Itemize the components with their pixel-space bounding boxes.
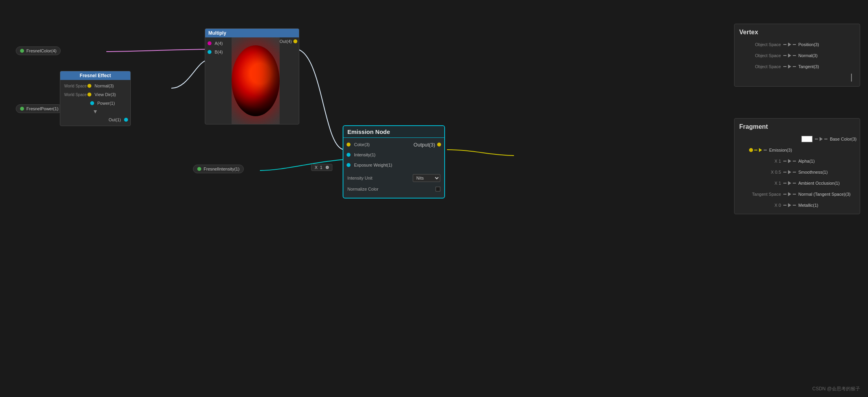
emission-intensity-dot xyxy=(347,153,351,157)
fragment-panel: Fragment Base Color(3) Emission(3) X 1 A… xyxy=(734,118,860,214)
fresnel-power-dot xyxy=(90,101,94,105)
fresnel-out-row: Out(1) xyxy=(60,115,130,124)
x1-label: X 1 xyxy=(315,165,323,170)
fragment-ao-port: Ambient Occlusion(1) xyxy=(783,181,840,186)
emission-output-dot xyxy=(437,143,441,147)
vertex-tangent-port: Tangent(3) xyxy=(783,64,819,69)
fragment-smoothness-label: Smoothness(1) xyxy=(798,170,828,174)
fresnel-viewdir-space: World Space xyxy=(64,93,87,97)
fresnel-power-label: FresnelPower(1) xyxy=(26,106,58,111)
emission-normalize-row: Normalize Color xyxy=(343,184,444,195)
emission-intensity-unit-label: Intensity Unit xyxy=(347,176,413,180)
fragment-normal-ts-row: Tangent Space Normal (Tangent Space)(3) xyxy=(734,189,860,200)
fresnel-normal-dot xyxy=(87,84,91,88)
fresnel-power-node: FresnelPower(1) xyxy=(16,104,63,113)
vertex-normal-port: Normal(3) xyxy=(783,53,818,58)
emission-exposure-row: Exposure Weight(1) xyxy=(343,160,444,170)
fresnel-power-row: Power(1) xyxy=(60,99,130,108)
fresnel-node-body: World Space Normal(3) World Space View D… xyxy=(60,80,130,126)
fragment-emission-arrow xyxy=(759,148,762,152)
vertex-normal-row: Object Space Normal(3) xyxy=(734,50,860,61)
fragment-smoothness-x: X 0.5 xyxy=(738,170,781,174)
multiply-outputs: Out(4) xyxy=(280,37,299,124)
fragment-alpha-row: X 1 Alpha(1) xyxy=(734,156,860,167)
fragment-basecolor-label: Base Color(3) xyxy=(830,137,857,141)
fragment-smoothness-row: X 0.5 Smoothness(1) xyxy=(734,167,860,178)
fragment-metallic-x: X 0 xyxy=(738,203,781,208)
fresnel-power-output-dot xyxy=(20,107,24,111)
fresnel-normal-row: World Space Normal(3) xyxy=(60,82,130,90)
fresnel-normal-space: World Space xyxy=(64,84,87,88)
fragment-alpha-port: Alpha(1) xyxy=(783,159,815,163)
fresnel-color-output-dot xyxy=(20,49,24,53)
emission-normalize-label: Normalize Color xyxy=(347,187,436,191)
fresnel-viewdir-dot xyxy=(87,93,91,96)
fragment-ao-label: Ambient Occlusion(1) xyxy=(798,181,840,186)
fragment-metallic-port: Metallic(1) xyxy=(783,203,818,208)
vertex-tangent-space: Object Space xyxy=(738,64,781,69)
fragment-normal-ts-label: Normal (Tangent Space)(3) xyxy=(798,192,851,197)
emission-intensity-row: Intensity(1) xyxy=(343,150,444,160)
fresnel-effect-node: Fresnel Effect World Space Normal(3) Wor… xyxy=(60,71,131,126)
fragment-metallic-row: X 0 Metallic(1) xyxy=(734,200,860,211)
emission-color-label: Color(3) xyxy=(354,142,370,147)
multiply-inputs: A(4) B(4) xyxy=(205,37,232,124)
vertex-tangent-arrow xyxy=(788,65,791,69)
vertex-panel-title: Vertex xyxy=(734,27,860,39)
emission-normalize-checkbox[interactable] xyxy=(436,187,440,191)
fragment-smoothness-port: Smoothness(1) xyxy=(783,170,828,174)
vertex-tangent-label: Tangent(3) xyxy=(798,64,819,69)
emission-color-row: Color(3) Output(3) xyxy=(343,139,444,150)
emission-color-dot xyxy=(347,143,351,147)
vertex-position-label: Position(3) xyxy=(798,42,819,47)
fragment-basecolor-arrow xyxy=(820,137,823,141)
vertex-position-arrow xyxy=(788,43,791,46)
fragment-ao-arrow xyxy=(788,181,791,185)
fragment-basecolor-row: Base Color(3) xyxy=(734,134,860,145)
multiply-header: Multiply xyxy=(205,29,299,37)
vertex-normal-label: Normal(3) xyxy=(798,53,818,58)
multiply-a-dot xyxy=(208,41,211,45)
fresnel-power-label: Power(1) xyxy=(97,101,115,106)
multiply-a-row: A(4) xyxy=(205,39,232,48)
fragment-emission-row: Emission(3) xyxy=(734,145,860,156)
watermark: CSDN @会思考的猴子 xyxy=(812,386,860,392)
multiply-out-dot xyxy=(293,39,297,43)
x1-port-dot xyxy=(326,166,329,169)
multiply-node: Multiply A(4) B(4) Out(4) xyxy=(205,28,299,124)
fresnel-intensity-output-dot xyxy=(197,167,201,171)
multiply-a-label: A(4) xyxy=(215,41,223,46)
vertex-tangent-row: Object Space Tangent(3) xyxy=(734,61,860,72)
multiply-b-label: B(4) xyxy=(215,50,223,54)
vertex-position-space: Object Space xyxy=(738,42,781,47)
vertex-position-port: Position(3) xyxy=(783,42,819,47)
emission-output-label: Output(3) xyxy=(414,142,435,148)
vertex-normal-arrow xyxy=(788,54,791,58)
fresnel-normal-label: Normal(3) xyxy=(95,83,114,88)
emission-exposure-dot xyxy=(347,163,351,167)
fresnel-out-label: Out(1) xyxy=(109,117,121,122)
x1-field-node: X 1 xyxy=(311,164,332,171)
emission-intensity-unit-row: Intensity Unit Nits Ev100 Lux xyxy=(343,173,444,184)
fresnel-color-label: FresnelColor(4) xyxy=(26,48,56,53)
multiply-inner: A(4) B(4) Out(4) xyxy=(205,37,299,124)
vertex-position-row: Object Space Position(3) xyxy=(734,39,860,50)
fragment-alpha-x: X 1 xyxy=(738,159,781,163)
fresnel-color-node: FresnelColor(4) xyxy=(16,46,61,55)
fragment-metallic-label: Metallic(1) xyxy=(798,203,818,208)
multiply-b-dot xyxy=(208,50,211,54)
fragment-metallic-arrow xyxy=(788,203,791,207)
emission-intensity-unit-select[interactable]: Nits Ev100 Lux xyxy=(413,174,440,182)
sphere-sphere xyxy=(232,45,280,116)
fresnel-viewdir-label: View Dir(3) xyxy=(95,92,116,97)
fragment-normal-ts-arrow xyxy=(788,192,791,196)
fresnel-expand-chevron[interactable]: ▼ xyxy=(60,108,130,115)
fresnel-intensity-label: FresnelIntensity(1) xyxy=(204,167,239,171)
emission-node-body: Color(3) Output(3) Intensity(1) Exposure… xyxy=(343,138,444,198)
fragment-panel-title: Fragment xyxy=(734,122,860,134)
vertex-panel: Vertex Object Space Position(3) Object S… xyxy=(734,24,860,87)
emission-intensity-label: Intensity(1) xyxy=(354,152,375,157)
vertex-connector xyxy=(734,72,860,83)
fresnel-node-header: Fresnel Effect xyxy=(60,71,130,80)
vertex-normal-space: Object Space xyxy=(738,53,781,58)
